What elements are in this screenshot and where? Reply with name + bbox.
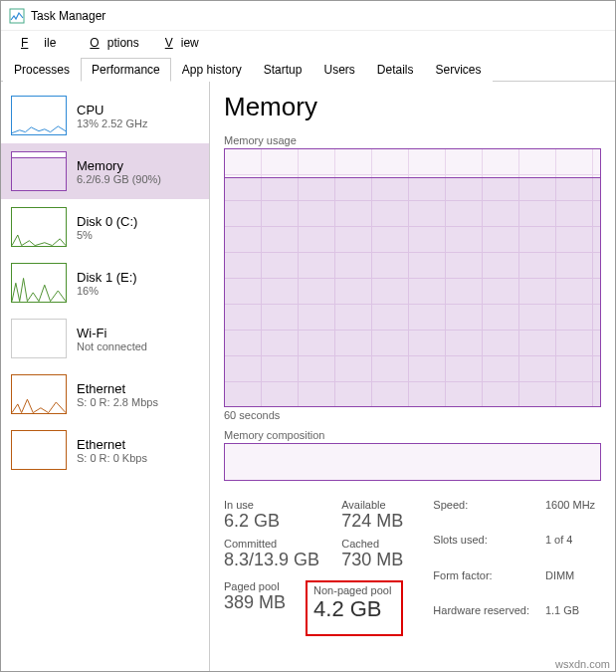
- speed-value: 1600 MHz: [545, 499, 595, 531]
- available-value: 724 MB: [341, 511, 403, 532]
- committed-label: Committed: [224, 538, 319, 550]
- paged-value: 389 MB: [224, 592, 286, 613]
- sidebar-title: Disk 1 (E:): [77, 270, 137, 285]
- cpu-thumb-icon: [11, 96, 67, 135]
- sidebar-sub: 6.2/6.9 GB (90%): [77, 173, 161, 185]
- sidebar-title: Wi-Fi: [77, 326, 147, 340]
- form-value: DIMM: [545, 569, 595, 601]
- memory-properties: Speed:1600 MHz Slots used:1 of 4 Form fa…: [433, 499, 595, 636]
- menu-view[interactable]: View: [149, 33, 207, 53]
- tab-details[interactable]: Details: [366, 58, 425, 82]
- tab-startup[interactable]: Startup: [253, 58, 313, 82]
- tab-users[interactable]: Users: [312, 58, 365, 82]
- app-icon: [9, 8, 25, 24]
- sidebar-item-cpu[interactable]: CPU13% 2.52 GHz: [1, 88, 209, 143]
- ethernet-thumb-icon: [11, 374, 67, 414]
- page-title: Memory: [224, 92, 601, 122]
- sidebar-title: Disk 0 (C:): [77, 214, 137, 229]
- cached-value: 730 MB: [341, 550, 403, 570]
- tab-services[interactable]: Services: [425, 58, 493, 82]
- reserved-label: Hardware reserved:: [433, 604, 529, 636]
- sidebar-title: Ethernet: [77, 381, 158, 396]
- menu-options[interactable]: Options: [74, 33, 146, 53]
- in-use-value: 6.2 GB: [224, 511, 319, 532]
- composition-label: Memory composition: [224, 429, 601, 441]
- memory-thumb-icon: [11, 151, 67, 191]
- nonpaged-value: 4.2 GB: [313, 596, 391, 622]
- form-label: Form factor:: [433, 569, 529, 601]
- menu-file[interactable]: File: [5, 33, 72, 53]
- sidebar-title: Ethernet: [77, 437, 147, 452]
- in-use-label: In use: [224, 499, 319, 511]
- task-manager-window: Task Manager File Options View Processes…: [0, 0, 616, 672]
- content-area: CPU13% 2.52 GHz Memory6.2/6.9 GB (90%) D…: [1, 82, 615, 671]
- ethernet-thumb-icon: [11, 430, 67, 470]
- sidebar-sub: 13% 2.52 GHz: [77, 117, 148, 129]
- window-title: Task Manager: [31, 9, 105, 23]
- disk-thumb-icon: [11, 263, 67, 303]
- paged-pool: Paged pool 389 MB: [224, 580, 286, 636]
- sidebar: CPU13% 2.52 GHz Memory6.2/6.9 GB (90%) D…: [1, 82, 210, 671]
- sidebar-item-memory[interactable]: Memory6.2/6.9 GB (90%): [1, 143, 209, 199]
- sidebar-sub: S: 0 R: 2.8 Mbps: [77, 396, 158, 408]
- tab-app-history[interactable]: App history: [171, 58, 253, 82]
- sidebar-sub: 5%: [77, 229, 137, 241]
- memory-usage-chart: [224, 148, 601, 407]
- nonpaged-label: Non-paged pool: [313, 584, 391, 596]
- usage-label: Memory usage: [224, 134, 601, 146]
- tab-performance[interactable]: Performance: [81, 58, 171, 82]
- nonpaged-pool-highlighted: Non-paged pool 4.2 GB: [306, 580, 403, 636]
- cached-label: Cached: [341, 538, 403, 550]
- titlebar: Task Manager: [1, 1, 615, 31]
- reserved-value: 1.1 GB: [545, 604, 595, 636]
- menubar: File Options View: [1, 31, 615, 55]
- sidebar-item-wifi[interactable]: Wi-FiNot connected: [1, 311, 209, 366]
- committed-value: 8.3/13.9 GB: [224, 550, 319, 570]
- wifi-thumb-icon: [11, 319, 67, 358]
- slots-label: Slots used:: [433, 534, 529, 565]
- available-label: Available: [341, 499, 403, 511]
- tabbar: Processes Performance App history Startu…: [1, 57, 615, 82]
- disk-thumb-icon: [11, 207, 67, 247]
- memory-composition-chart: [224, 443, 601, 481]
- speed-label: Speed:: [433, 499, 529, 531]
- stats-area: In use6.2 GB Available724 MB Committed8.…: [224, 499, 601, 636]
- sidebar-item-ethernet-1[interactable]: EthernetS: 0 R: 2.8 Mbps: [1, 366, 209, 422]
- sidebar-item-disk0[interactable]: Disk 0 (C:)5%: [1, 199, 209, 255]
- sidebar-item-disk1[interactable]: Disk 1 (E:)16%: [1, 255, 209, 311]
- sidebar-sub: 16%: [77, 285, 137, 297]
- sidebar-title: CPU: [77, 103, 148, 117]
- sidebar-sub: S: 0 R: 0 Kbps: [77, 452, 147, 464]
- chart-xlabel: 60 seconds: [224, 409, 601, 421]
- slots-value: 1 of 4: [545, 534, 595, 565]
- watermark: wsxdn.com: [555, 658, 610, 670]
- paged-label: Paged pool: [224, 580, 286, 592]
- sidebar-title: Memory: [77, 158, 161, 173]
- tab-processes[interactable]: Processes: [3, 58, 81, 82]
- main-panel: Memory Memory usage 60 seconds Memory co…: [210, 82, 615, 671]
- sidebar-item-ethernet-2[interactable]: EthernetS: 0 R: 0 Kbps: [1, 422, 209, 478]
- sidebar-sub: Not connected: [77, 340, 147, 352]
